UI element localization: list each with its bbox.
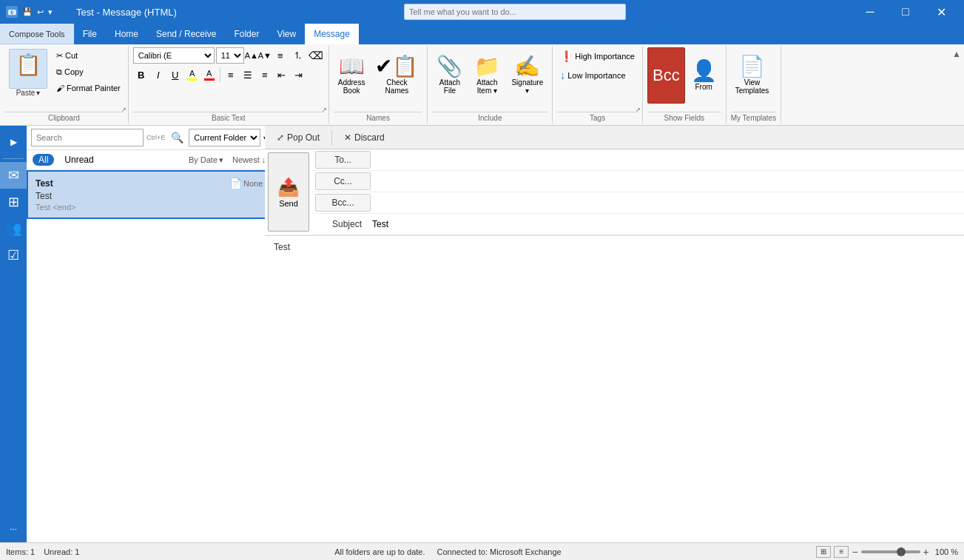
to-input[interactable] [374, 150, 964, 169]
bullets-button[interactable]: ≡ [272, 47, 289, 64]
copy-button[interactable]: ⧉ Copy [53, 64, 124, 80]
close-button[interactable]: ✕ [924, 0, 958, 24]
sort-by-date-button[interactable]: By Date ▾ [189, 155, 223, 165]
signature-icon: ✍ [514, 56, 540, 77]
view-mode-compact[interactable]: ≡ [834, 546, 849, 558]
minimize-button[interactable]: ─ [853, 0, 887, 24]
attach-item-button[interactable]: 📁 AttachItem ▾ [468, 47, 505, 104]
numbering-button[interactable]: ⒈ [290, 47, 306, 64]
ribbon-collapse[interactable]: ▲ [949, 46, 964, 124]
italic-button[interactable]: I [150, 67, 166, 83]
zoom-in-button[interactable]: + [923, 546, 929, 558]
font-size-decrease[interactable]: A▼ [259, 47, 271, 64]
filter-unread-button[interactable]: Unread [60, 153, 98, 166]
menu-send-receive[interactable]: Send / Receive [147, 24, 225, 44]
indent-decrease-button[interactable]: ⇤ [274, 67, 290, 83]
indent-increase-button[interactable]: ⇥ [291, 67, 307, 83]
paste-button[interactable]: 📋 Paste ▾ [4, 47, 52, 98]
email-from: Test [36, 178, 53, 189]
email-list-item[interactable]: Test 📄 None Test Test <end> [27, 170, 272, 219]
folder-select[interactable]: Current Folder [189, 129, 260, 146]
filter-all-button[interactable]: All [33, 154, 54, 166]
cc-field-row: Cc... [312, 171, 964, 192]
nav-more-button[interactable]: ··· [0, 522, 27, 536]
menu-view[interactable]: View [268, 24, 305, 44]
highlight-color-button[interactable]: A [184, 67, 200, 83]
format-painter-button[interactable]: 🖌 Format Painter [53, 80, 124, 96]
bold-button[interactable]: B [133, 67, 149, 83]
zoom-percent: 100 % [935, 547, 958, 556]
subject-input[interactable] [368, 215, 964, 234]
expand-panel-button[interactable]: ▶ [0, 129, 27, 155]
status-right: ⊞ ≡ − + 100 % [816, 546, 958, 558]
pop-out-button[interactable]: ⤢ Pop Out [271, 130, 326, 145]
menu-folder[interactable]: Folder [225, 24, 268, 44]
bcc-button[interactable]: Bcc... [315, 194, 371, 212]
search-button[interactable]: 🔍 [168, 129, 186, 146]
quick-access-undo[interactable]: ↩ [37, 7, 44, 17]
help-search-input[interactable] [404, 4, 626, 20]
restore-button[interactable]: □ [889, 0, 923, 24]
high-importance-button[interactable]: ❗ High Importance [557, 47, 638, 65]
discard-button[interactable]: ✕ Discard [338, 130, 391, 145]
view-templates-button[interactable]: 📄 ViewTemplates [731, 47, 774, 104]
align-right-button[interactable]: ≡ [257, 67, 273, 83]
font-size-increase[interactable]: A▲ [246, 47, 257, 64]
align-center-button[interactable]: ☰ [240, 67, 256, 83]
underline-button[interactable]: U [167, 67, 183, 83]
ribbon: 📋 Paste ▾ ✂ Cut ⧉ Copy 🖌 Format [0, 44, 964, 126]
ribbon-group-tags: ❗ High Importance ↓ Low Importance Tags … [553, 46, 643, 124]
check-names-button[interactable]: ✔📋 CheckNames [371, 47, 422, 104]
compose-body[interactable]: Test [265, 236, 964, 542]
zoom-slider[interactable] [861, 550, 920, 553]
quick-access-save[interactable]: 💾 [22, 7, 33, 17]
nav-calendar-icon[interactable]: ⊞ [0, 189, 27, 215]
compose-fields: 📤 Send To... Cc... Bc [265, 149, 964, 236]
clear-format-button[interactable]: ⌫ [308, 47, 324, 64]
font-color-button[interactable]: A [201, 67, 218, 83]
from-icon: 👤 [691, 61, 717, 81]
title-bar-left: 📧 💾 ↩ ▾ Test - Message (HTML) [6, 6, 177, 18]
address-book-button[interactable]: 📖 AddressBook [334, 47, 370, 104]
high-importance-icon: ❗ [560, 50, 573, 62]
cc-input[interactable] [374, 172, 964, 191]
tags-launcher[interactable]: ↗ [636, 107, 641, 113]
bcc-input[interactable] [374, 193, 964, 212]
zoom-thumb[interactable] [897, 547, 906, 556]
from-button[interactable]: 👤 From [687, 47, 721, 104]
nav-people-icon[interactable]: 👥 [0, 215, 27, 242]
unread-count: Unread: 1 [44, 547, 79, 556]
low-importance-button[interactable]: ↓ Low Importance [557, 67, 638, 84]
quick-access-dropdown[interactable]: ▾ [48, 7, 53, 17]
menu-file[interactable]: File [74, 24, 106, 44]
names-label: Names [334, 112, 423, 122]
zoom-out-button[interactable]: − [852, 546, 857, 558]
menu-message[interactable]: Message [305, 24, 359, 44]
font-size-select[interactable]: 11 [216, 47, 244, 64]
signature-button[interactable]: ✍ Signature▾ [507, 47, 547, 104]
cc-button[interactable]: Cc... [315, 172, 371, 190]
ribbon-group-basic-text: Calibri (E 11 A▲ A▼ ≡ ⒈ ⌫ B I U A [129, 46, 329, 124]
copy-icon: ⧉ [56, 67, 62, 77]
bcc-button[interactable]: Bcc [647, 47, 685, 104]
nav-tasks-icon[interactable]: ☑ [0, 242, 27, 269]
menu-home[interactable]: Home [106, 24, 147, 44]
clipboard-label: Clipboard [4, 112, 124, 122]
send-button[interactable]: 📤 Send [268, 152, 309, 232]
attach-file-button[interactable]: 📎 AttachFile [432, 47, 467, 104]
view-mode-normal[interactable]: ⊞ [816, 546, 831, 558]
left-panel: ▶ ✉ ⊞ 👥 ☑ ··· Ctrl+E 🔍 Current Folder ▾ … [0, 126, 265, 542]
compose-toolbar: ⤢ Pop Out ✕ Discard [265, 126, 964, 149]
basic-text-launcher[interactable]: ↗ [322, 107, 327, 113]
clipboard-launcher[interactable]: ↗ [121, 107, 127, 113]
sort-direction[interactable]: Newest ↓ [232, 155, 266, 164]
nav-mail-icon[interactable]: ✉ [0, 162, 27, 189]
window-title: Test - Message (HTML) [76, 7, 177, 18]
to-button[interactable]: To... [315, 151, 371, 169]
align-left-button[interactable]: ≡ [223, 67, 239, 83]
ribbon-group-names: 📖 AddressBook ✔📋 CheckNames Names [329, 46, 428, 124]
font-family-select[interactable]: Calibri (E [133, 47, 215, 64]
search-input[interactable] [31, 129, 144, 146]
cut-button[interactable]: ✂ Cut [53, 47, 124, 64]
cut-icon: ✂ [56, 51, 63, 61]
